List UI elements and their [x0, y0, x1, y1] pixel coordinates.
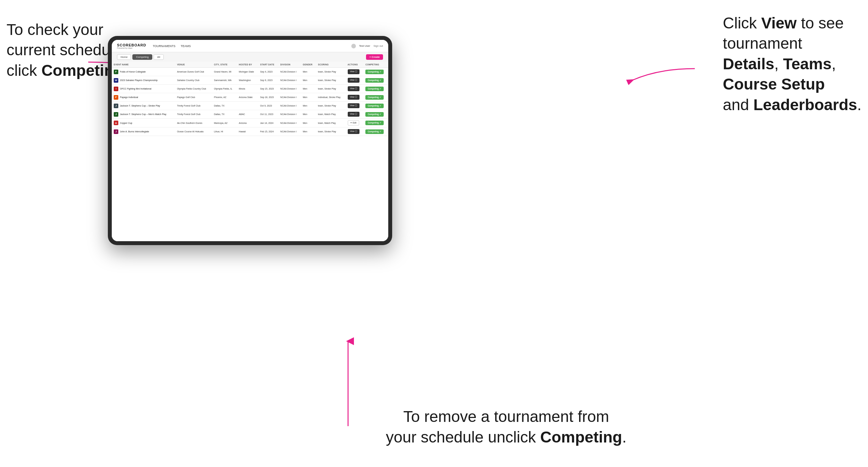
hosted-cell: [237, 102, 258, 110]
view-button[interactable]: View ⓘ: [348, 129, 360, 134]
team-logo: J: [114, 112, 118, 117]
scoring-cell: team, Stroke Play: [316, 127, 345, 136]
competing-badge[interactable]: Competing ✓: [365, 78, 384, 83]
tablet-screen: SCOREBOARD Powered by clippi TOURNAMENTS…: [112, 40, 388, 241]
table-body: F Folds of Honor Collegiate American Dun…: [112, 68, 388, 136]
table-row: J Jackson T. Stephens Cup – Stroke Play …: [112, 102, 388, 110]
create-button[interactable]: + Create: [366, 54, 383, 60]
start-date-cell: Oct 9, 2023: [258, 102, 278, 110]
city-cell: Grand Haven, MI: [212, 68, 237, 76]
competing-badge[interactable]: Competing ✓: [365, 121, 384, 125]
venue-cell: Olympia Fields Country Club: [175, 85, 212, 93]
nav-teams[interactable]: TEAMS: [181, 43, 191, 49]
venue-cell: Papago Golf Club: [175, 93, 212, 102]
ann-tr-2: to see: [797, 14, 844, 32]
view-button[interactable]: View ⓘ: [348, 112, 360, 117]
view-button[interactable]: View ⓘ: [348, 95, 360, 100]
scoring-cell: team, Stroke Play: [316, 102, 345, 110]
division-cell: NCAA Division I: [278, 119, 301, 127]
competing-badge[interactable]: Competing ✓: [365, 87, 384, 91]
event-name-cell: W 2023 Sahalee Players Championship: [112, 76, 175, 85]
actions-cell: View ⓘ: [346, 127, 364, 136]
ann-tr-bold2: Details: [723, 55, 774, 72]
actions-cell: View ⓘ: [346, 102, 364, 110]
competing-badge[interactable]: Competing ✓: [365, 112, 384, 117]
hosted-cell: Arizona: [237, 119, 258, 127]
actions-cell: View ⓘ: [346, 93, 364, 102]
gender-cell: Men: [301, 76, 316, 85]
ann-tr-6: and: [723, 96, 753, 114]
annotation-bottom: To remove a tournament from your schedul…: [386, 407, 626, 447]
view-button[interactable]: View ⓘ: [348, 78, 360, 83]
division-cell: NCAA Division I: [278, 85, 301, 93]
col-start: START DATE: [258, 62, 278, 68]
start-date-cell: Feb 15, 2024: [258, 127, 278, 136]
col-competing: COMPETING: [364, 62, 388, 68]
view-button[interactable]: View ⓘ: [348, 86, 360, 91]
competing-badge[interactable]: Competing ✓: [365, 95, 384, 100]
ann-tr-7: .: [857, 96, 862, 114]
filter-tab-all[interactable]: All: [154, 54, 164, 60]
scoring-cell: team, Match Play: [316, 119, 345, 127]
tournaments-table: EVENT NAME VENUE CITY, STATE HOSTED BY S…: [112, 62, 388, 136]
annotation-tl-line1: To check your: [6, 21, 103, 38]
view-button[interactable]: View ⓘ: [348, 69, 360, 74]
competing-cell: Competing ✓: [364, 127, 388, 136]
actions-cell: ✏ Edit: [346, 119, 364, 127]
division-cell: NCAA Division I: [278, 93, 301, 102]
filter-tab-home[interactable]: Home: [117, 54, 131, 60]
col-hosted: HOSTED BY: [237, 62, 258, 68]
table-header: EVENT NAME VENUE CITY, STATE HOSTED BY S…: [112, 62, 388, 68]
competing-badge[interactable]: Competing ✓: [365, 103, 384, 108]
ann-tr-bold4: Course Setup: [723, 75, 825, 93]
event-name-cell: J John A. Burns Intercollegiate: [112, 127, 175, 136]
nav-links: TOURNAMENTS TEAMS: [153, 43, 351, 49]
event-name: John A. Burns Intercollegiate: [120, 130, 149, 133]
venue-cell: American Dunes Golf Club: [175, 68, 212, 76]
table-row: P Papago Individual Papago Golf ClubPhoe…: [112, 93, 388, 102]
filter-tab-competing[interactable]: Competing: [132, 54, 152, 60]
edit-button[interactable]: ✏ Edit: [348, 120, 359, 125]
start-date-cell: Sep 9, 2023: [258, 76, 278, 85]
sign-out-link[interactable]: Sign out: [374, 44, 383, 48]
table-row: F Folds of Honor Collegiate American Dun…: [112, 68, 388, 76]
tablet-frame: SCOREBOARD Powered by clippi TOURNAMENTS…: [108, 36, 392, 245]
team-logo: W: [114, 78, 118, 83]
nav-tournaments[interactable]: TOURNAMENTS: [153, 43, 175, 49]
gender-cell: Men: [301, 102, 316, 110]
event-name-cell: I OFCC Fighting Illini Invitational: [112, 85, 175, 93]
gender-cell: Men: [301, 119, 316, 127]
division-cell: NCAA Division I: [278, 102, 301, 110]
col-city: CITY, STATE: [212, 62, 237, 68]
hosted-cell: Illinois: [237, 85, 258, 93]
venue-cell: Ak-Chin Southern Dunes: [175, 119, 212, 127]
ann-b-bold: Competing: [540, 429, 622, 446]
city-cell: Sammamish, WA: [212, 76, 237, 85]
view-button[interactable]: View ⓘ: [348, 103, 360, 108]
scoring-cell: team, Stroke Play: [316, 68, 345, 76]
ann-b-end: .: [622, 429, 626, 446]
competing-badge[interactable]: Competing ✓: [365, 129, 384, 134]
ann-tr-1: Click: [723, 14, 761, 32]
venue-cell: Trinity Forest Golf Club: [175, 102, 212, 110]
logo-sub: Powered by clippi: [117, 47, 146, 49]
competing-badge[interactable]: Competing ✓: [365, 70, 384, 74]
ann-tr-bold5: Leaderboards: [753, 96, 857, 114]
competing-cell: Competing ✓: [364, 93, 388, 102]
col-gender: GENDER: [301, 62, 316, 68]
city-cell: Olympia Fields, IL: [212, 85, 237, 93]
nav-right: Test User Sign out: [351, 44, 383, 49]
hosted-cell: Arizona State: [237, 93, 258, 102]
app-nav: SCOREBOARD Powered by clippi TOURNAMENTS…: [112, 40, 388, 52]
table-row: I OFCC Fighting Illini Invitational Olym…: [112, 85, 388, 93]
event-name-cell: J Jackson T. Stephens Cup – Stroke Play: [112, 102, 175, 110]
event-name: Folds of Honor Collegiate: [120, 71, 146, 73]
ann-tr-3: tournament: [723, 35, 802, 52]
division-cell: NCAA Division I: [278, 127, 301, 136]
event-name-cell: P Papago Individual: [112, 93, 175, 102]
start-date-cell: Sep 15, 2023: [258, 85, 278, 93]
division-cell: NCAA Division I: [278, 110, 301, 119]
ann-tr-4: ,: [774, 55, 783, 72]
col-scoring: SCORING: [316, 62, 345, 68]
start-date-cell: Jan 14, 2024: [258, 119, 278, 127]
